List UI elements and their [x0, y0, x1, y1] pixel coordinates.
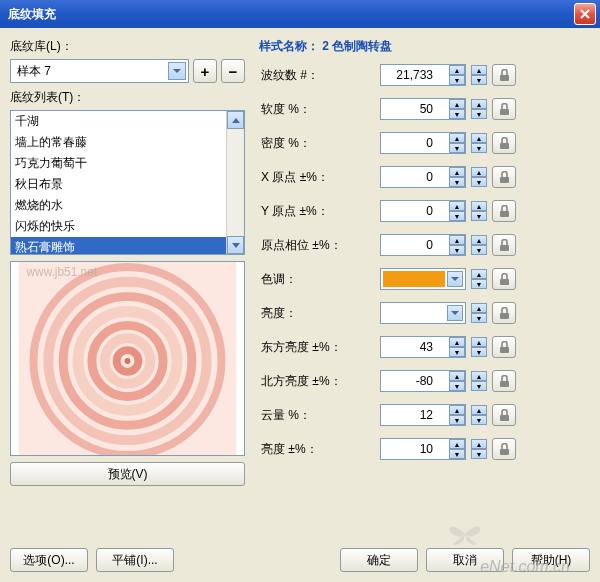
step-down-icon[interactable]: ▼ [471, 109, 487, 119]
scroll-up-icon[interactable] [227, 111, 244, 129]
param-value-input[interactable] [381, 238, 437, 252]
spin-down-icon[interactable]: ▼ [449, 211, 465, 221]
spin-down-icon[interactable]: ▼ [449, 245, 465, 255]
step-up-icon[interactable]: ▲ [471, 439, 487, 449]
lock-icon[interactable] [492, 234, 516, 256]
spin-down-icon[interactable]: ▼ [449, 143, 465, 153]
spin-down-icon[interactable]: ▼ [449, 381, 465, 391]
spin-input[interactable]: ▲▼ [380, 64, 466, 86]
spin-up-icon[interactable]: ▲ [449, 65, 465, 75]
remove-button[interactable]: − [221, 59, 245, 83]
spin-up-icon[interactable]: ▲ [449, 405, 465, 415]
cancel-button[interactable]: 取消 [426, 548, 504, 572]
lock-icon[interactable] [492, 98, 516, 120]
spin-down-icon[interactable]: ▼ [449, 177, 465, 187]
lock-icon[interactable] [492, 64, 516, 86]
step-down-icon[interactable]: ▼ [471, 449, 487, 459]
step-up-icon[interactable]: ▲ [471, 201, 487, 211]
step-down-icon[interactable]: ▼ [471, 177, 487, 187]
step-down-icon[interactable]: ▼ [471, 245, 487, 255]
spin-up-icon[interactable]: ▲ [449, 337, 465, 347]
spin-input[interactable]: ▲▼ [380, 438, 466, 460]
step-down-icon[interactable]: ▼ [471, 313, 487, 323]
step-down-icon[interactable]: ▼ [471, 143, 487, 153]
lock-icon[interactable] [492, 200, 516, 222]
spin-input[interactable]: ▲▼ [380, 404, 466, 426]
step-up-icon[interactable]: ▲ [471, 99, 487, 109]
spin-input[interactable]: ▲▼ [380, 132, 466, 154]
lock-icon[interactable] [492, 268, 516, 290]
list-item[interactable]: 巧克力葡萄干 [11, 153, 226, 174]
step-up-icon[interactable]: ▲ [471, 269, 487, 279]
step-up-icon[interactable]: ▲ [471, 65, 487, 75]
spin-down-icon[interactable]: ▼ [449, 75, 465, 85]
step-up-icon[interactable]: ▲ [471, 371, 487, 381]
spin-input[interactable]: ▲▼ [380, 336, 466, 358]
spin-up-icon[interactable]: ▲ [449, 167, 465, 177]
spin-input[interactable]: ▲▼ [380, 200, 466, 222]
param-value-input[interactable] [381, 340, 437, 354]
preview-button[interactable]: 预览(V) [10, 462, 245, 486]
spin-up-icon[interactable]: ▲ [449, 133, 465, 143]
param-value-input[interactable] [381, 136, 437, 150]
spin-input[interactable]: ▲▼ [380, 370, 466, 392]
step-down-icon[interactable]: ▼ [471, 381, 487, 391]
chevron-down-icon[interactable] [168, 62, 186, 80]
step-up-icon[interactable]: ▲ [471, 133, 487, 143]
lock-icon[interactable] [492, 336, 516, 358]
param-value-input[interactable] [381, 68, 437, 82]
list-item[interactable]: 秋日布景 [11, 174, 226, 195]
chevron-down-icon[interactable] [447, 271, 463, 287]
texture-listbox[interactable]: 千湖墙上的常春藤巧克力葡萄干秋日布景燃烧的水闪烁的快乐熟石膏雕饰 [10, 110, 245, 255]
lock-icon[interactable] [492, 370, 516, 392]
spin-down-icon[interactable]: ▼ [449, 449, 465, 459]
spin-down-icon[interactable]: ▼ [449, 415, 465, 425]
help-button[interactable]: 帮助(H) [512, 548, 590, 572]
spin-input[interactable]: ▲▼ [380, 234, 466, 256]
step-down-icon[interactable]: ▼ [471, 415, 487, 425]
step-up-icon[interactable]: ▲ [471, 405, 487, 415]
spin-up-icon[interactable]: ▲ [449, 99, 465, 109]
spin-up-icon[interactable]: ▲ [449, 235, 465, 245]
options-button[interactable]: 选项(O)... [10, 548, 88, 572]
lock-icon[interactable] [492, 132, 516, 154]
spin-down-icon[interactable]: ▼ [449, 347, 465, 357]
library-combo[interactable]: 样本 7 [10, 59, 189, 83]
spin-input[interactable]: ▲▼ [380, 98, 466, 120]
close-icon[interactable] [574, 3, 596, 25]
spin-up-icon[interactable]: ▲ [449, 439, 465, 449]
scroll-down-icon[interactable] [227, 236, 244, 254]
spin-up-icon[interactable]: ▲ [449, 371, 465, 381]
lock-icon[interactable] [492, 404, 516, 426]
scrollbar[interactable] [226, 111, 244, 254]
spin-input[interactable]: ▲▼ [380, 166, 466, 188]
list-item[interactable]: 闪烁的快乐 [11, 216, 226, 237]
param-value-input[interactable] [381, 170, 437, 184]
step-up-icon[interactable]: ▲ [471, 235, 487, 245]
add-button[interactable]: + [193, 59, 217, 83]
param-value-input[interactable] [381, 442, 437, 456]
step-up-icon[interactable]: ▲ [471, 303, 487, 313]
step-down-icon[interactable]: ▼ [471, 347, 487, 357]
color-combo[interactable] [380, 302, 466, 324]
param-value-input[interactable] [381, 374, 437, 388]
list-item[interactable]: 墙上的常春藤 [11, 132, 226, 153]
param-value-input[interactable] [381, 408, 437, 422]
lock-icon[interactable] [492, 302, 516, 324]
tile-button[interactable]: 平铺(I)... [96, 548, 174, 572]
step-down-icon[interactable]: ▼ [471, 279, 487, 289]
lock-icon[interactable] [492, 438, 516, 460]
spin-down-icon[interactable]: ▼ [449, 109, 465, 119]
step-up-icon[interactable]: ▲ [471, 167, 487, 177]
chevron-down-icon[interactable] [447, 305, 463, 321]
ok-button[interactable]: 确定 [340, 548, 418, 572]
color-combo[interactable] [380, 268, 466, 290]
list-item[interactable]: 熟石膏雕饰 [11, 237, 226, 255]
lock-icon[interactable] [492, 166, 516, 188]
spin-up-icon[interactable]: ▲ [449, 201, 465, 211]
list-item[interactable]: 燃烧的水 [11, 195, 226, 216]
param-value-input[interactable] [381, 102, 437, 116]
step-down-icon[interactable]: ▼ [471, 75, 487, 85]
param-value-input[interactable] [381, 204, 437, 218]
step-down-icon[interactable]: ▼ [471, 211, 487, 221]
